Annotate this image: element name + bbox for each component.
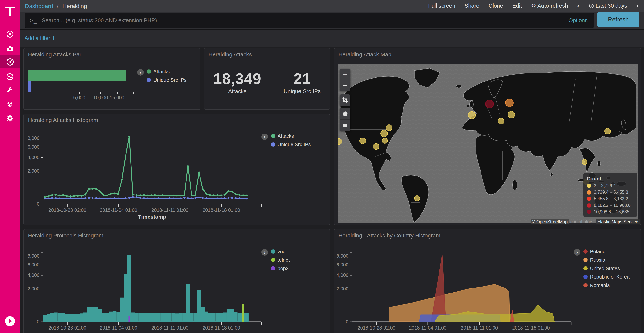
- legend-item[interactable]: United States: [584, 265, 630, 271]
- header-divider: [20, 29, 644, 30]
- sidebar: [0, 0, 20, 333]
- legend-item[interactable]: Poland: [584, 249, 630, 254]
- t-mobile-logo[interactable]: [4, 4, 16, 16]
- legend-color-dot: [587, 197, 591, 201]
- attack-location-point[interactable]: [582, 159, 588, 165]
- legend-label: pop3: [278, 265, 289, 271]
- svg-text:0: 0: [346, 319, 348, 324]
- ems-attribution-link[interactable]: Elastic Maps Service: [596, 219, 640, 224]
- legend-toggle-icon[interactable]: ›: [574, 249, 580, 255]
- panel-title: Heralding Attack Map: [338, 51, 392, 58]
- panel-title: Heralding Attacks Histogram: [28, 117, 98, 123]
- clone-button[interactable]: Clone: [488, 3, 503, 9]
- search-options-link[interactable]: Options: [568, 17, 588, 24]
- map-fit-bounds-button[interactable]: [340, 94, 350, 106]
- compass-icon: [6, 30, 14, 38]
- time-next-button[interactable]: ›: [636, 2, 639, 9]
- svg-text:8,000: 8,000: [336, 253, 348, 259]
- sidebar-item-management[interactable]: [0, 112, 20, 124]
- legend-color-dot: [271, 142, 275, 147]
- sidebar-item-visualize[interactable]: [0, 42, 20, 53]
- metric-label: Attacks: [213, 88, 262, 94]
- breadcrumb-current-page: Heralding: [62, 3, 87, 9]
- breadcrumb-dashboard-link[interactable]: Dashboard: [25, 3, 53, 9]
- legend-item[interactable]: Unique Src IPs: [147, 77, 186, 83]
- legend-toggle-icon[interactable]: ›: [137, 69, 144, 76]
- attack-location-point[interactable]: [498, 118, 504, 125]
- svg-text:2018-10-28 02:00: 2018-10-28 02:00: [48, 207, 86, 213]
- refresh-button[interactable]: Refresh: [597, 12, 640, 27]
- attack-location-point[interactable]: [508, 111, 515, 118]
- attack-location-point[interactable]: [414, 195, 420, 201]
- osm-attribution-link[interactable]: © OpenStreetMap: [530, 219, 569, 224]
- time-prev-button[interactable]: ‹: [577, 2, 580, 9]
- sidebar-collapse-button[interactable]: [5, 316, 15, 326]
- legend-label: Russia: [590, 257, 605, 263]
- sidebar-item-timelion[interactable]: [0, 71, 20, 83]
- attack-location-point[interactable]: [485, 100, 494, 108]
- legend-item[interactable]: pop3: [271, 265, 290, 271]
- attack-location-point[interactable]: [382, 138, 388, 143]
- search-input[interactable]: [41, 17, 568, 24]
- attacks-histogram-chart[interactable]: 02,0004,0006,0008,0002018-10-28 02:00201…: [24, 114, 330, 225]
- svg-text:2018-10-28 02:00: 2018-10-28 02:00: [358, 325, 395, 330]
- attack-location-point[interactable]: [360, 138, 366, 144]
- legend-color-dot: [584, 249, 588, 254]
- attack-location-point[interactable]: [604, 128, 611, 134]
- map-draw-polygon-button[interactable]: [340, 108, 350, 120]
- legend-item[interactable]: vnc: [271, 249, 290, 254]
- map-draw-rectangle-button[interactable]: [340, 120, 350, 131]
- legend-color-dot: [587, 184, 591, 188]
- panel-attacks-histogram: Heralding Attacks Histogram 02,0004,0006…: [24, 114, 330, 225]
- legend-item[interactable]: Attacks: [271, 133, 311, 139]
- map-legend-title: Count: [587, 176, 634, 181]
- sidebar-item-discover[interactable]: [0, 28, 20, 40]
- crop-icon: [342, 97, 348, 103]
- map-zoom-out-button[interactable]: −: [340, 80, 350, 91]
- time-range-picker[interactable]: Last 30 days: [589, 3, 627, 9]
- kibana-dashboard-app: Dashboard / Heralding Full screen Share …: [0, 0, 644, 333]
- attack-location-point[interactable]: [468, 111, 476, 119]
- attack-location-point[interactable]: [380, 130, 388, 137]
- plus-icon: +: [52, 35, 56, 41]
- panel-attack-map: Heralding Attack Map: [334, 48, 641, 225]
- metric-value: 18,349: [213, 70, 262, 88]
- share-button[interactable]: Share: [464, 3, 479, 9]
- map-zoom-in-button[interactable]: +: [340, 69, 350, 80]
- refresh-cycle-icon: ↻: [531, 2, 536, 9]
- legend-label: Poland: [590, 249, 606, 254]
- dashboard-gauge-icon: [6, 58, 14, 66]
- svg-text:Timestamp: Timestamp: [447, 332, 476, 333]
- legend-color-dot: [147, 78, 151, 82]
- legend-item[interactable]: Romania: [584, 282, 630, 288]
- legend-toggle-icon[interactable]: ›: [262, 249, 268, 255]
- add-filter-link[interactable]: Add a filter+: [24, 35, 56, 42]
- map-legend-item: 2,729.4 – 5,455.8: [587, 190, 634, 194]
- legend-label: Unique Src IPs: [278, 142, 311, 147]
- sidebar-item-monitoring[interactable]: [0, 99, 20, 110]
- top-navbar: Dashboard / Heralding Full screen Share …: [20, 0, 644, 12]
- legend-item[interactable]: Attacks: [147, 69, 186, 74]
- legend-item[interactable]: Russia: [584, 257, 630, 263]
- legend-item[interactable]: Unique Src IPs: [271, 142, 311, 147]
- attack-location-point[interactable]: [386, 125, 392, 131]
- bar-unique-src-ips[interactable]: [28, 81, 31, 92]
- metric-label: Unique Src IPs: [284, 88, 321, 94]
- sidebar-item-dashboard[interactable]: [0, 55, 20, 68]
- sidebar-item-dev-tools[interactable]: [0, 85, 20, 96]
- panel-title: Heralding Protocols Histogram: [28, 232, 103, 239]
- svg-text:2,000: 2,000: [28, 168, 40, 174]
- legend-item[interactable]: Republic of Korea: [584, 274, 630, 280]
- full-screen-button[interactable]: Full screen: [428, 3, 456, 9]
- edit-button[interactable]: Edit: [512, 3, 522, 9]
- legend-toggle-icon[interactable]: ›: [262, 134, 268, 140]
- legend-item[interactable]: telnet: [271, 257, 290, 263]
- protocols-histogram-legend: ›vnctelnetpop3: [262, 249, 290, 271]
- attack-location-point[interactable]: [372, 143, 379, 150]
- bar-attacks[interactable]: [28, 70, 126, 81]
- attack-location-point[interactable]: [505, 99, 514, 107]
- protocols-histogram-chart[interactable]: 02,0004,0006,0008,0002018-10-28 02:00201…: [24, 229, 330, 333]
- auto-refresh-button[interactable]: ↻Auto-refresh: [531, 2, 568, 9]
- svg-text:2018-11-11 01:00: 2018-11-11 01:00: [152, 325, 188, 330]
- search-row: >_ Options Refresh: [20, 12, 644, 29]
